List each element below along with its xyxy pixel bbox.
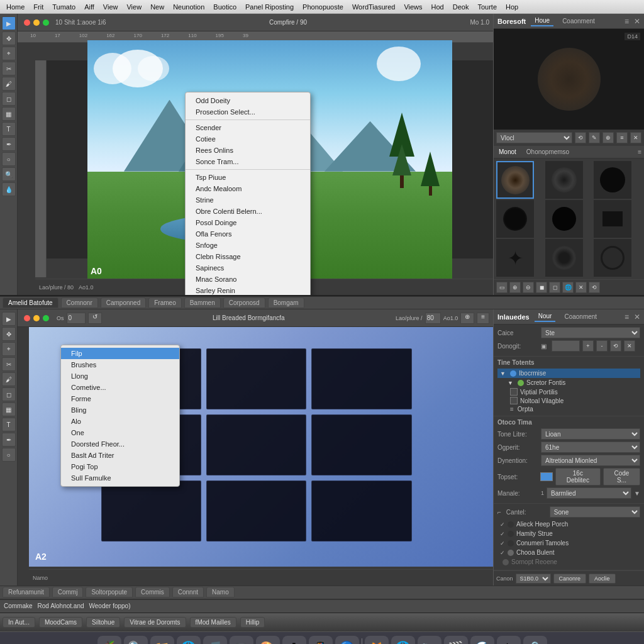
brush-tab-ohonopmemso[interactable]: Ohonopmemso (524, 147, 572, 157)
brush-tool-7[interactable]: ✕ (575, 282, 587, 293)
brush-tool-6[interactable]: 🌐 (562, 282, 574, 293)
tool-pen[interactable]: ✒ (2, 137, 16, 151)
dock-firefox[interactable]: 🦊 (365, 636, 389, 645)
bottom-zoom-input[interactable] (67, 313, 86, 324)
topset-color-swatch[interactable] (540, 472, 553, 481)
menu-buotico[interactable]: Buotico (209, 2, 240, 12)
manale-arrow[interactable]: ▼ (634, 490, 640, 497)
taskbar-fmod[interactable]: fMod Mailles (190, 617, 236, 628)
tool-eraser[interactable]: ◻ (2, 92, 16, 106)
menu-frit[interactable]: Frit (30, 2, 47, 12)
ctx-sapinecs[interactable]: Sapinecs (186, 262, 310, 274)
dock-video[interactable]: 🎬 (444, 636, 468, 645)
opacity-btn-4[interactable]: ✕ (624, 340, 635, 352)
menu-view2[interactable]: View (123, 2, 145, 12)
canvas-content-bottom[interactable]: A2 Filp Brushes Llong Cometive... Forme … (29, 327, 493, 567)
tool-b3[interactable]: ⌖ (2, 342, 16, 356)
ctx-rees[interactable]: Rees Onlins (186, 145, 310, 156)
brush-tool-3[interactable]: ⊖ (523, 282, 534, 293)
tab-namo[interactable]: Namo (206, 587, 235, 597)
brush-thumb-6[interactable] (594, 200, 631, 238)
tool-b2[interactable]: ✥ (2, 327, 16, 341)
dd-filp[interactable]: Filp (61, 348, 179, 359)
dock-folder[interactable]: 📁 (150, 636, 174, 645)
topset-btn-1[interactable]: 16c Deblitec (555, 468, 601, 486)
panel-tab-houe[interactable]: Houe (531, 16, 553, 26)
brush-tool-1[interactable]: ▭ (496, 282, 508, 293)
ctx-cotiee[interactable]: Cotiee (186, 133, 310, 145)
tab-amelid[interactable]: Amelid Batofute (3, 297, 58, 308)
dock-art[interactable]: 🎨 (256, 636, 280, 645)
layer-viptial[interactable]: Viptial Portilis (497, 387, 640, 396)
tool-b6[interactable]: ◻ (2, 387, 16, 401)
menu-aiff[interactable]: Aiff (80, 2, 98, 12)
tool-b9[interactable]: ✒ (2, 433, 16, 447)
brush-thumb-3[interactable] (594, 161, 631, 199)
dock-game[interactable]: 🎮 (230, 636, 253, 645)
brush-thumb-2[interactable] (545, 161, 583, 199)
tab-frameo[interactable]: Frameo (148, 297, 181, 308)
ctx-clebn[interactable]: Clebn Rissage (186, 251, 310, 262)
minimize-btn-2[interactable] (33, 315, 40, 321)
ctx-sonce[interactable]: Sonce Tram... (186, 156, 310, 167)
dd-sull[interactable]: Sull Famulke (61, 472, 179, 484)
brush-tool-2[interactable]: ⊕ (509, 282, 521, 293)
opacity-btn-2[interactable]: - (596, 340, 608, 352)
dock-security[interactable]: 🔒 (523, 636, 547, 645)
rpb-tab-coaonment[interactable]: Coaonment (560, 312, 601, 321)
tool-crop[interactable]: ✂ (2, 62, 16, 75)
tool-b10[interactable]: ○ (2, 448, 16, 462)
opacity-btn-1[interactable]: + (582, 340, 594, 352)
color-select[interactable]: Ste (541, 327, 640, 338)
dock-web[interactable]: 🌐 (391, 636, 415, 645)
ctx-andc[interactable]: Andc Mealoom (186, 183, 310, 194)
dd-pogi[interactable]: Pogi Top (61, 461, 179, 472)
tab-camponned[interactable]: Camponned (101, 297, 146, 308)
dd-llong[interactable]: Llong (61, 370, 179, 382)
ctx-odd-doeity[interactable]: Odd Doeity (186, 95, 310, 106)
taskbar-moodcams[interactable]: MoodCams (39, 617, 82, 628)
brush-thumb-8[interactable] (545, 239, 583, 277)
brush-thumb-4[interactable] (496, 200, 534, 238)
tab-soltorpo[interactable]: Soltorpopute (86, 587, 133, 597)
tab-comnonr[interactable]: Comnonr (61, 297, 98, 308)
menu-hop[interactable]: Hop (502, 2, 522, 12)
layer-scretor[interactable]: ▼ Scretor Fontis (497, 378, 640, 387)
ctx-obre[interactable]: Obre Colenti Belern... (186, 206, 310, 217)
opacity-btn-3[interactable]: ⟲ (610, 340, 621, 352)
effect-2[interactable]: ✓ Hamity Strue (497, 529, 640, 538)
effect-5[interactable]: Sornopt Reoene (497, 557, 640, 567)
opacity2-select[interactable]: 61he (541, 441, 640, 453)
menu-hod[interactable]: Hod (428, 2, 448, 12)
dd-bling[interactable]: Bling (61, 404, 179, 416)
ctx-strine[interactable]: Strine (186, 194, 310, 206)
ctx-mnac[interactable]: Mnac Sorano (186, 274, 310, 285)
tab-connnt[interactable]: Connnt (172, 587, 204, 597)
dd-baslt[interactable]: Baslt Ad Triter (61, 450, 179, 461)
dock-circle[interactable]: 🔵 (335, 636, 359, 645)
panel-icon-1[interactable]: ⟲ (575, 132, 586, 143)
tool-zoom[interactable]: 🔍 (2, 167, 16, 181)
ctx-posol[interactable]: Posol Doinge (186, 217, 310, 228)
ctx-scender[interactable]: Scender (186, 122, 310, 133)
tab-commis[interactable]: Commis (135, 587, 170, 597)
brush-thumb-5[interactable] (545, 200, 583, 238)
dock-wave[interactable]: 🌊 (470, 636, 494, 645)
minimize-btn[interactable] (33, 19, 40, 26)
tab-corponosd[interactable]: Corponosd (223, 297, 265, 308)
tool-move[interactable]: ✥ (2, 31, 16, 45)
menu-new[interactable]: New (147, 2, 168, 12)
effect-4[interactable]: ✓ Chooa Bulent (497, 548, 640, 557)
menu-neunotion[interactable]: Neunotion (169, 2, 208, 12)
dd-forme[interactable]: Forme (61, 393, 179, 404)
panel-icon-3[interactable]: ⊕ (602, 132, 614, 143)
tool-shape[interactable]: ○ (2, 152, 16, 166)
menu-tourte[interactable]: Tourte (474, 2, 501, 12)
tool-text[interactable]: T (2, 122, 16, 136)
bottom-toolbar-icon[interactable]: ↺ (88, 313, 102, 324)
tool-eyedropper[interactable]: 💧 (2, 182, 16, 196)
checkbox-1[interactable] (510, 388, 518, 396)
dock-camera[interactable]: 📷 (418, 636, 441, 645)
tool-b5[interactable]: 🖌 (2, 372, 16, 386)
effect-3[interactable]: ✓ Conumeri Tamoles (497, 538, 640, 548)
